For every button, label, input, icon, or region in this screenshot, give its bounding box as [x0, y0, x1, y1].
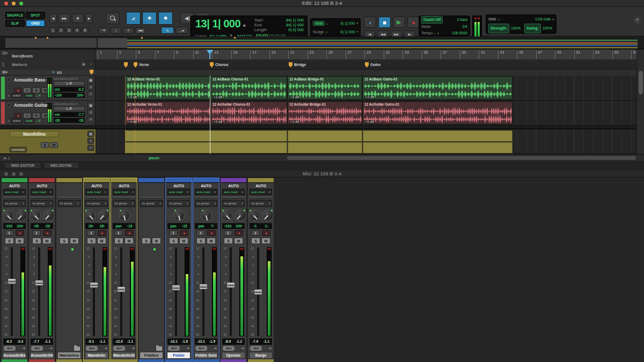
edit-mode-slip[interactable]: SLIP — [5, 20, 25, 27]
selector-tool-button[interactable]: ✚ — [142, 12, 157, 25]
grabber-tool-button[interactable]: ✱ — [158, 12, 173, 25]
zoom-midi-button[interactable]: ∗ — [72, 13, 84, 23]
pan-readout[interactable]: ‹100100› — [54, 93, 85, 98]
automation-mode-selector[interactable]: auto read▾ — [85, 189, 108, 195]
meter-row[interactable]: Meter2/4 — [419, 24, 470, 30]
solo-button[interactable]: S — [224, 238, 233, 244]
mixer-strip-mandolinsl[interactable]: AUTOauto read▾no group▾pan‹15I●SM1250510… — [111, 178, 137, 362]
automation-mode-selector[interactable]: auto read▾ — [31, 189, 53, 195]
volume-readout[interactable]: vol-6.2 — [54, 87, 85, 92]
transport-online-button[interactable]: ◖ — [364, 17, 376, 28]
zoom-in-arrow-button[interactable]: ▸ — [85, 13, 93, 23]
zoom-preset-2[interactable]: 2 — [57, 27, 64, 34]
fader-cap[interactable] — [199, 284, 208, 290]
group-selector[interactable]: no group▾ — [167, 200, 190, 207]
mute-button[interactable]: M — [97, 238, 106, 244]
zoom-preset-3[interactable]: 3 — [65, 27, 72, 34]
solo-button[interactable]: S — [32, 238, 41, 244]
track-list-icon[interactable]: ▤▾ — [2, 70, 8, 75]
io-output-selector[interactable]: L-R — [54, 81, 85, 86]
dyn-badge[interactable]: dyn — [86, 346, 98, 351]
io-output-selector[interactable]: L-R — [54, 106, 85, 111]
audio-clip[interactable]: 12 AcGuitar Outro-01▪ 0 dB — [362, 101, 513, 124]
automation-mode-selector[interactable]: auto read▾ — [195, 189, 217, 195]
track-header-mandolins[interactable]: MandolinsSMoverview▣≡+ — [0, 129, 96, 154]
fader-cap[interactable] — [172, 285, 180, 291]
volume-fader[interactable] — [175, 247, 177, 336]
pan-value-readout[interactable]: pan7› — [195, 223, 217, 229]
pan-knob[interactable] — [201, 210, 212, 221]
pan-value-readout[interactable]: ‹26‹26 — [31, 223, 53, 229]
mute-button[interactable]: M — [207, 238, 216, 244]
fader-cap[interactable] — [254, 289, 262, 295]
record-arm-button[interactable]: ● — [262, 230, 270, 236]
tempo-row[interactable]: Tempo ♩▾ 105.0000 — [419, 30, 470, 36]
mute-button[interactable]: M — [261, 238, 270, 244]
group-selector[interactable]: no group▾ — [113, 200, 135, 207]
solo-button[interactable]: S — [60, 238, 69, 244]
automation-mode-selector[interactable]: auto read▾ — [222, 189, 245, 195]
fader-cap[interactable] — [35, 280, 43, 286]
input-monitor-button[interactable]: I — [32, 230, 41, 236]
pan-value-readout[interactable]: ‹100100› — [3, 223, 26, 229]
mute-button[interactable]: M — [152, 238, 161, 244]
edit-mode-shuffle[interactable]: SHUFFLE — [5, 12, 25, 19]
markers-ruler[interactable]: VerseChorusBridgeOutro — [96, 61, 636, 70]
volume-fader[interactable] — [230, 247, 232, 336]
strength-swing-row[interactable]: Strength:100% Swing:100% — [486, 24, 556, 33]
volume-peak-readout[interactable]: -7.7-1.1 — [31, 338, 53, 345]
record-arm-button[interactable]: ● — [207, 230, 216, 236]
input-monitor-button[interactable]: I — [5, 230, 13, 236]
input-monitor-button[interactable]: I — [251, 230, 260, 236]
track-view-selector[interactable]: wave — [11, 93, 23, 98]
record-arm-button[interactable]: ● — [16, 230, 24, 236]
volume-peak-readout[interactable]: -13.1-1.8 — [167, 338, 190, 345]
add-icon[interactable]: + — [87, 116, 94, 122]
automation-mode-selector[interactable]: auto read▾ — [250, 189, 272, 195]
markers-ruler-label[interactable]: Markers — [12, 62, 27, 67]
volume-fader[interactable] — [38, 247, 40, 336]
input-monitor-button[interactable]: I — [114, 230, 123, 236]
audio-clip[interactable]: 12 AcGuitar Chorus-01▪ 0 dB — [210, 101, 287, 124]
volume-fader[interactable] — [257, 247, 259, 336]
solo-button[interactable]: S — [196, 238, 206, 244]
link-timeline-selection-button[interactable]: ∿ — [161, 27, 174, 34]
group-selector[interactable]: no group▾ — [3, 200, 26, 207]
fader-cap[interactable] — [8, 278, 16, 284]
tab-transient-button[interactable]: ⇥ — [98, 27, 109, 34]
pan-knob[interactable] — [262, 210, 274, 221]
pan-knob[interactable] — [248, 210, 260, 221]
edit-vertical-scrollbar[interactable] — [636, 49, 644, 154]
solo-button[interactable]: S — [142, 238, 151, 244]
pan-value-readout[interactable]: 26›26› — [85, 223, 108, 229]
record-enable-icon[interactable] — [7, 103, 11, 107]
timebase-selector-icon[interactable]: ⊥▾ — [35, 93, 41, 98]
marker-tag-icon[interactable] — [210, 62, 214, 68]
track-name[interactable]: Fiddle Solo — [194, 352, 218, 359]
fader-cap[interactable] — [226, 282, 235, 288]
track-name[interactable]: Banjo — [249, 352, 273, 359]
toolbar-menu-button[interactable]: ▾ — [634, 17, 641, 24]
zoom-preset-1[interactable]: 1 — [49, 27, 56, 34]
nudge-value-row[interactable]: Nudge♪ 0| 1| 000▾ — [311, 27, 360, 36]
group-selector[interactable]: no group▾ — [85, 200, 108, 207]
timebase-selector-icon[interactable]: ⊥▾ — [35, 119, 41, 123]
pan-knob[interactable] — [173, 210, 185, 221]
volume-fader[interactable] — [120, 247, 122, 336]
volume-readout[interactable]: vol-7.7 — [54, 112, 85, 117]
universe-overview[interactable] — [0, 36, 644, 49]
add-icon[interactable]: + — [87, 145, 94, 151]
audio-clip[interactable]: 12 AcGuitar Bridge-01▪ 0 dB — [287, 101, 362, 124]
group-selector[interactable]: no group▾ — [31, 200, 53, 207]
pan-knob[interactable] — [235, 210, 246, 221]
dyn-badge[interactable]: dyn — [4, 346, 16, 351]
folder-clip-block[interactable] — [288, 142, 362, 153]
pan-knob[interactable] — [30, 210, 41, 221]
zoom-out-arrow-button[interactable]: ◂ — [49, 13, 57, 23]
footer-left-icons[interactable]: |◂ ⊥ — [3, 156, 10, 160]
pan-knob[interactable] — [98, 210, 109, 221]
group-selector[interactable]: no group▾ — [195, 200, 217, 207]
zoomer-tool-button[interactable] — [106, 12, 120, 24]
overview-button[interactable]: overview — [10, 147, 27, 152]
track-name[interactable]: MandolinSl — [112, 352, 136, 359]
